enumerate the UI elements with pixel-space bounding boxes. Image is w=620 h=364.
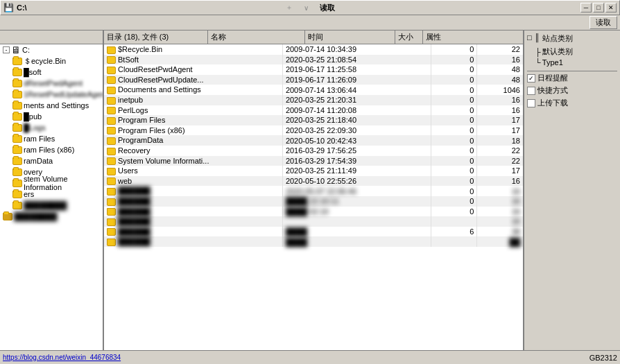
tree-label: ers <box>24 190 34 198</box>
file-size-cell: 0 <box>431 64 477 75</box>
file-table-container[interactable]: $Recycle.Bin2009-07-14 10:34:39022BtSoft… <box>104 44 523 350</box>
folder-icon <box>12 146 22 154</box>
tree-item-sysvolinfo[interactable]: stem Volume Information <box>0 177 103 189</box>
tree-item-blurred2[interactable]: ████████ <box>0 211 103 222</box>
table-row[interactable]: ██████2020-05-07 22:06:46016 <box>104 186 523 196</box>
table-row[interactable]: Users2020-03-25 21:11:49017 <box>104 166 523 176</box>
tree-item-root[interactable]: - 🖥 C: <box>0 44 103 55</box>
folder-icon <box>107 67 116 74</box>
file-time-cell: 2009-07-14 10:34:39 <box>282 44 431 55</box>
file-attr-cell: 22 <box>477 44 523 55</box>
file-attr-cell: 16 <box>477 95 523 105</box>
file-name-cell: CloudResetPwdUpdate... <box>104 75 282 85</box>
read-action-button[interactable]: 读取 <box>589 16 617 29</box>
table-row[interactable]: CloudResetPwdAgent2019-06-17 11:25:58048 <box>104 64 523 75</box>
checkbox-shortcut[interactable] <box>527 87 535 95</box>
tree-item-recycle[interactable]: ＄ecycle.Bin <box>0 55 103 67</box>
read-button[interactable]: 读取 <box>320 3 335 13</box>
file-name: Program Files <box>118 116 165 124</box>
file-size-cell: 0 <box>431 115 477 125</box>
tree-item-programdata[interactable]: ramData <box>0 155 103 166</box>
tree-label-recycle: ＄ecycle.Bin <box>24 56 66 67</box>
table-row[interactable]: $Recycle.Bin2009-07-14 10:34:39022 <box>104 44 523 55</box>
right-panel-shortcut[interactable]: 快捷方式 <box>527 85 617 96</box>
folder-icon <box>107 218 116 226</box>
close-button[interactable]: ✕ <box>605 3 617 12</box>
expand-btn[interactable]: - <box>3 46 10 53</box>
file-size-cell: 0 <box>431 85 477 95</box>
file-time-cell: ████ 02:10 <box>282 207 431 217</box>
tree-item-cloud2[interactable]: 1ResetPwdUpdateAgent <box>0 89 103 100</box>
toolbar: 读取 <box>0 15 620 31</box>
right-panel-upload[interactable]: 上传下载 <box>527 98 617 108</box>
folder-icon <box>12 191 22 198</box>
file-name: System Volume Informati... <box>118 157 209 165</box>
tree-label: ramData <box>24 157 53 165</box>
folder-icon <box>12 180 22 187</box>
checkbox-schedule[interactable]: ✓ <box>527 74 535 83</box>
tree-item-docs[interactable]: ments and Settings <box>0 100 103 111</box>
checkbox-upload[interactable] <box>527 99 535 107</box>
table-row[interactable]: inetpub2020-03-25 21:20:31016 <box>104 95 523 105</box>
right-panel-schedule[interactable]: ✓ 日程提醒 <box>527 73 617 83</box>
folder-icon <box>12 91 22 98</box>
file-attr-cell: 17 <box>477 125 523 136</box>
tree-scroll[interactable]: - 🖥 C: ＄ecycle.Bin █soft dResetPwdAgent … <box>0 44 103 350</box>
col-header-time[interactable]: 时间 <box>305 31 395 44</box>
tree-item-programfiles[interactable]: ram Files <box>0 133 103 144</box>
table-row[interactable]: System Volume Informati...2016-03-29 17:… <box>104 156 523 166</box>
tree-item-btsoft[interactable]: █soft <box>0 67 103 78</box>
header-dir: 目录 (18), 文件 (3) <box>104 31 208 44</box>
maximize-button[interactable]: □ <box>593 3 604 12</box>
table-row[interactable]: Documents and Settings2009-07-14 13:06:4… <box>104 85 523 95</box>
col-header-size[interactable]: 大小 <box>395 31 423 44</box>
file-name-cell: ██████ <box>104 216 282 227</box>
right-panel-type1[interactable]: └ Type1 <box>535 58 617 67</box>
folder-icon <box>107 208 116 216</box>
file-time-cell: 2020-03-25 21:08:54 <box>282 55 431 65</box>
file-attr-cell: 16 <box>477 216 523 227</box>
tree-item-cloud1[interactable]: dResetPwdAgent <box>0 78 103 89</box>
file-time-cell: 2019-06-17 11:26:09 <box>282 75 431 85</box>
table-row[interactable]: ██████████ 02:10016 <box>104 207 523 217</box>
table-row[interactable]: ██████████ 22:10:11016 <box>104 196 523 207</box>
table-row[interactable]: ██████████638 <box>104 227 523 237</box>
file-attr-cell: 17 <box>477 166 523 176</box>
folder-icon <box>107 137 116 145</box>
file-size-cell <box>431 216 477 227</box>
folder-icon <box>107 177 116 185</box>
table-row[interactable]: BtSoft2020-03-25 21:08:54016 <box>104 55 523 65</box>
file-time-cell: 2020-03-25 21:20:31 <box>282 95 431 105</box>
file-name: ██████ <box>118 217 150 225</box>
table-row[interactable]: CloudResetPwdUpdate...2019-06-17 11:26:0… <box>104 75 523 85</box>
col-header-name[interactable]: 名称 <box>208 31 305 44</box>
table-row[interactable]: PerlLogs2009-07-14 11:20:08016 <box>104 105 523 116</box>
table-row[interactable]: Recovery2016-03-29 17:56:25022 <box>104 146 523 156</box>
minimize-button[interactable]: ─ <box>580 3 592 12</box>
tree-item-programfiles86[interactable]: ram Files (x86) <box>0 144 103 155</box>
table-row[interactable]: web2020-05-10 22:55:26016 <box>104 176 523 187</box>
tree-item-perllogs[interactable]: █Logs <box>0 122 103 133</box>
tree-item-blurred1[interactable]: ████████ <box>0 200 103 211</box>
folder-icon <box>107 107 116 114</box>
table-row[interactable]: Program Files2020-03-25 21:18:40017 <box>104 115 523 125</box>
table-row[interactable]: ██████16 <box>104 216 523 227</box>
table-row[interactable]: ████████████ <box>104 236 523 247</box>
tree-item-inetpub[interactable]: █pub <box>0 111 103 122</box>
file-time-cell <box>282 216 431 227</box>
file-name: BtSoft <box>118 55 139 64</box>
file-size-cell: 0 <box>431 166 477 176</box>
bullet-icon: ├ <box>535 48 541 56</box>
status-encoding: GB2312 <box>589 354 617 362</box>
computer-icon: 🖥 <box>11 44 21 55</box>
tree-label-docs: ments and Settings <box>24 101 89 110</box>
tree-label: █Logs <box>24 123 46 132</box>
file-time-cell: ████ <box>282 236 431 247</box>
right-panel-default[interactable]: ├ 默认类别 <box>535 46 617 57</box>
file-name: ██████ <box>118 227 150 236</box>
col-header-attr[interactable]: 属性 <box>423 31 451 44</box>
file-size-cell: 0 <box>431 95 477 105</box>
table-row[interactable]: Program Files (x86)2020-03-25 22:09:3001… <box>104 125 523 136</box>
file-size-cell: 0 <box>431 105 477 116</box>
table-row[interactable]: ProgramData2020-05-10 20:42:43018 <box>104 135 523 146</box>
